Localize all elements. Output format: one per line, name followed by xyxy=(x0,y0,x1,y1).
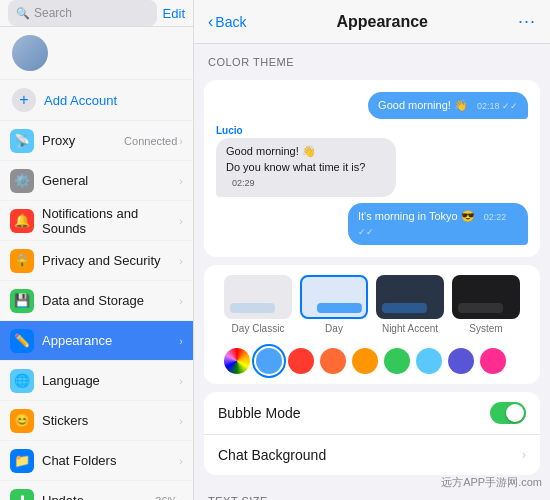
color-dot-purple[interactable] xyxy=(448,348,474,374)
sidebar-item-stickers[interactable]: 😊Stickers› xyxy=(0,401,193,441)
language-chevron: › xyxy=(179,375,183,387)
add-account-label: Add Account xyxy=(44,93,117,108)
appearance-label: Appearance xyxy=(42,333,179,348)
theme-preview-day xyxy=(300,275,368,319)
msg-in-1: Lucio Good morning! 👋Do you know what ti… xyxy=(216,125,528,196)
sidebar-item-update[interactable]: ⬇Update36%› xyxy=(0,481,193,500)
stickers-chevron: › xyxy=(179,415,183,427)
theme-bar-day xyxy=(317,303,362,313)
chat-background-row[interactable]: Chat Background › xyxy=(204,435,540,475)
proxy-badge: Connected xyxy=(124,135,177,147)
theme-name-day: Day xyxy=(325,323,343,334)
msg-sender: Lucio xyxy=(216,125,528,136)
theme-name-system: System xyxy=(469,323,502,334)
bubble-in-1: Good morning! 👋Do you know what time it … xyxy=(216,138,396,196)
sidebar-item-privacy[interactable]: 🔒Privacy and Security› xyxy=(0,241,193,281)
proxy-label: Proxy xyxy=(42,133,124,148)
privacy-chevron: › xyxy=(179,255,183,267)
update-label: Update xyxy=(42,493,155,500)
chat-background-label: Chat Background xyxy=(218,447,522,463)
stickers-icon: 😊 xyxy=(10,409,34,433)
general-chevron: › xyxy=(179,175,183,187)
add-account-row[interactable]: + Add Account xyxy=(0,80,193,121)
general-icon: ⚙️ xyxy=(10,169,34,193)
notifications-chevron: › xyxy=(179,215,183,227)
main-panel: ‹ Back Appearance ··· COLOR THEME Good m… xyxy=(194,0,550,500)
sidebar-item-proxy[interactable]: 📡ProxyConnected› xyxy=(0,121,193,161)
data-chevron: › xyxy=(179,295,183,307)
color-dot-pink[interactable] xyxy=(480,348,506,374)
color-theme-header: COLOR THEME xyxy=(194,44,550,72)
theme-day-classic[interactable]: Day Classic xyxy=(224,275,292,334)
color-dot-green[interactable] xyxy=(384,348,410,374)
stickers-label: Stickers xyxy=(42,413,179,428)
color-dot-orange[interactable] xyxy=(352,348,378,374)
theme-night-accent[interactable]: Night Accent xyxy=(376,275,444,334)
language-icon: 🌐 xyxy=(10,369,34,393)
sidebar-item-chat-folders[interactable]: 📁Chat Folders› xyxy=(0,441,193,481)
theme-preview-day-classic xyxy=(224,275,292,319)
bubble-mode-label: Bubble Mode xyxy=(218,405,490,421)
bubble-mode-toggle[interactable] xyxy=(490,402,526,424)
main-header: ‹ Back Appearance ··· xyxy=(194,0,550,44)
search-placeholder: Search xyxy=(34,6,72,20)
theme-options: Day Classic Day Night Accent xyxy=(214,275,530,344)
color-dots xyxy=(214,344,530,384)
privacy-label: Privacy and Security xyxy=(42,253,179,268)
account-row[interactable] xyxy=(0,27,193,80)
color-dot-orange-red[interactable] xyxy=(320,348,346,374)
bubble-out-1: Good morning! 👋 02:18 ✓✓ xyxy=(368,92,528,119)
sidebar-item-appearance[interactable]: ✏️Appearance› xyxy=(0,321,193,361)
language-label: Language xyxy=(42,373,179,388)
bubble-time-1: 02:18 ✓✓ xyxy=(477,101,518,111)
bubble-mode-row[interactable]: Bubble Mode xyxy=(204,392,540,435)
msg-out-2: It's morning in Tokyo 😎 02:22 ✓✓ xyxy=(216,203,528,246)
back-label: Back xyxy=(215,14,246,30)
theme-bar-classic xyxy=(230,303,275,313)
add-icon: + xyxy=(12,88,36,112)
color-dot-multi[interactable] xyxy=(224,348,250,374)
chat-folders-label: Chat Folders xyxy=(42,453,179,468)
page-title: Appearance xyxy=(246,13,518,31)
content-area: COLOR THEME Good morning! 👋 02:18 ✓✓ Luc… xyxy=(194,44,550,500)
color-dot-blue[interactable] xyxy=(256,348,282,374)
data-label: Data and Storage xyxy=(42,293,179,308)
sidebar-item-notifications[interactable]: 🔔Notifications and Sounds› xyxy=(0,201,193,241)
theme-system[interactable]: System xyxy=(452,275,520,334)
color-dot-red[interactable] xyxy=(288,348,314,374)
toggle-knob xyxy=(506,404,524,422)
search-bar[interactable]: 🔍 Search xyxy=(8,0,157,26)
sidebar: 🔍 Search Edit + Add Account 📡ProxyConnec… xyxy=(0,0,194,500)
search-icon: 🔍 xyxy=(16,7,30,20)
bubble-out-2: It's morning in Tokyo 😎 02:22 ✓✓ xyxy=(348,203,528,246)
update-chevron: › xyxy=(179,495,183,501)
bubble-time-3: 02:22 ✓✓ xyxy=(358,212,506,237)
general-label: General xyxy=(42,173,179,188)
back-button[interactable]: ‹ Back xyxy=(208,13,246,31)
msg-out-1: Good morning! 👋 02:18 ✓✓ xyxy=(216,92,528,119)
privacy-icon: 🔒 xyxy=(10,249,34,273)
chat-folders-chevron: › xyxy=(179,455,183,467)
more-button[interactable]: ··· xyxy=(518,11,536,32)
settings-card-bubble: Bubble Mode Chat Background › xyxy=(204,392,540,475)
bubble-time-2: 02:29 xyxy=(232,178,255,188)
text-size-header: TEXT SIZE xyxy=(194,483,550,500)
chat-preview: Good morning! 👋 02:18 ✓✓ Lucio Good morn… xyxy=(204,80,540,257)
theme-preview-night xyxy=(376,275,444,319)
color-dot-teal[interactable] xyxy=(416,348,442,374)
theme-selector: Day Classic Day Night Accent xyxy=(204,265,540,384)
theme-day[interactable]: Day xyxy=(300,275,368,334)
proxy-icon: 📡 xyxy=(10,129,34,153)
notifications-icon: 🔔 xyxy=(10,209,34,233)
update-icon: ⬇ xyxy=(10,489,34,501)
proxy-chevron: › xyxy=(179,135,183,147)
sidebar-item-language[interactable]: 🌐Language› xyxy=(0,361,193,401)
sidebar-item-general[interactable]: ⚙️General› xyxy=(0,161,193,201)
data-icon: 💾 xyxy=(10,289,34,313)
theme-bar-night xyxy=(382,303,427,313)
sidebar-item-data[interactable]: 💾Data and Storage› xyxy=(0,281,193,321)
theme-preview-system xyxy=(452,275,520,319)
edit-button[interactable]: Edit xyxy=(163,6,185,21)
chevron-right-icon: › xyxy=(522,448,526,462)
appearance-icon: ✏️ xyxy=(10,329,34,353)
